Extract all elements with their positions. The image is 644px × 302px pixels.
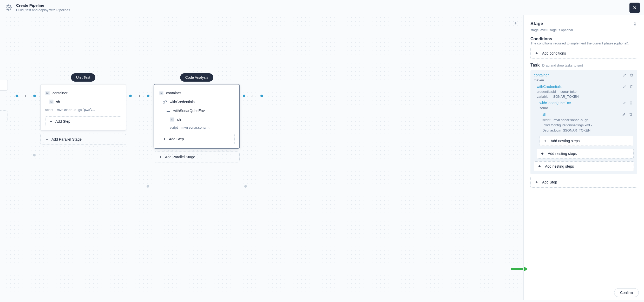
panel-title: Stage: [530, 21, 543, 27]
step-sh[interactable]: sh: [159, 115, 235, 124]
script-preview: script mvn sonar:sonar -...: [159, 124, 235, 132]
zoom-in-button[interactable]: [512, 20, 519, 26]
task-name: withSonarQubeEnv: [540, 101, 571, 105]
step-label: container: [166, 91, 181, 95]
stage-name-pill[interactable]: Unit Test: [71, 73, 95, 82]
task-value: maven: [534, 78, 634, 82]
task-kv: variableSONAR_TOKEN: [537, 95, 634, 99]
delete-task-button[interactable]: [629, 112, 633, 116]
add-step-button[interactable]: Add Step: [45, 116, 121, 126]
pipeline-logo-icon: [5, 4, 12, 11]
add-stage-button[interactable]: [137, 94, 142, 98]
script-content: scriptmvn sonar:sonar -o -gs `pwd`/confi…: [542, 117, 633, 133]
step-label: container: [52, 91, 68, 95]
step-container[interactable]: container: [45, 89, 121, 97]
add-parallel-stage-button[interactable]: Add Parallel Stage: [154, 152, 240, 162]
add-nesting-steps-button[interactable]: Add nesting steps: [540, 136, 633, 146]
page-subtitle: Build, test and deploy with Pipelines: [16, 8, 70, 12]
conditions-desc: The conditions required to implement the…: [530, 41, 629, 45]
conditions-title: Conditions: [530, 37, 552, 41]
connector-dot: [129, 95, 132, 97]
step-label: sh: [177, 117, 181, 122]
header: Create Pipeline Build, test and deploy w…: [0, 0, 644, 15]
svg-point-1: [8, 5, 9, 6]
add-step-button[interactable]: Add Step: [159, 134, 235, 144]
add-step-button[interactable]: Add Step: [530, 177, 637, 188]
add-stage-button[interactable]: [251, 94, 255, 98]
step-label: sh: [56, 100, 60, 104]
task-name: withCredentials: [537, 84, 562, 89]
add-parallel-stage-button[interactable]: Add Parallel Stage: [40, 134, 126, 145]
task-withcredentials[interactable]: withCredentials credentialsIdsonar-token…: [536, 84, 634, 159]
script-preview: script mvn clean -o -gs `pwd`/...: [45, 106, 121, 114]
step-label: withCredentials: [170, 100, 195, 104]
edit-task-button[interactable]: [622, 112, 626, 116]
zoom-out-button[interactable]: [512, 29, 519, 35]
panel-hint: stage level usage is optional.: [530, 28, 637, 32]
terminal-icon: [45, 91, 50, 95]
edit-task-button[interactable]: [623, 84, 627, 89]
step-container[interactable]: container: [159, 89, 235, 97]
svg-point-6: [10, 9, 11, 10]
add-conditions-button[interactable]: Add conditions: [530, 48, 637, 59]
page-title: Create Pipeline: [16, 3, 70, 8]
svg-point-7: [10, 5, 11, 6]
task-name: sh: [542, 112, 546, 116]
svg-point-2: [8, 10, 9, 11]
close-button[interactable]: [629, 3, 640, 13]
annotation-arrow: [511, 267, 526, 271]
stage-config-panel: Stage stage level usage is optional. Con…: [523, 15, 644, 300]
connector-dot: [243, 95, 245, 97]
delete-task-button[interactable]: [629, 101, 633, 105]
svg-rect-13: [170, 118, 174, 121]
stage-unit-test[interactable]: Unit Test container sh script mvn clean …: [40, 73, 126, 145]
add-nesting-steps-button[interactable]: Add nesting steps: [534, 161, 634, 171]
svg-rect-11: [160, 92, 163, 95]
step-withsonarqubeenv[interactable]: withSonarQubeEnv: [159, 106, 235, 115]
svg-point-3: [6, 7, 7, 8]
pipeline-canvas[interactable]: Unit Test container sh script mvn clean …: [0, 15, 523, 300]
step-sh[interactable]: sh: [45, 97, 121, 106]
parallel-connector-dot: [244, 185, 247, 188]
task-kv: credentialsIdsonar-token: [537, 90, 634, 94]
step-withcredentials[interactable]: withCredentials: [159, 97, 235, 106]
connector-dot: [33, 95, 36, 97]
connector-dot: [260, 95, 263, 97]
connector-dot: [147, 95, 149, 97]
add-stage-button[interactable]: [23, 94, 28, 98]
add-nesting-steps-button[interactable]: Add nesting steps: [537, 149, 634, 159]
key-icon: [162, 100, 167, 104]
svg-point-0: [8, 7, 10, 8]
stage-name-pill[interactable]: Code Analysis: [180, 73, 214, 82]
task-title: Task: [530, 63, 540, 68]
confirm-button[interactable]: Confirm: [614, 288, 639, 297]
task-container[interactable]: container maven withCredentials: [530, 70, 637, 174]
stage-code-analysis[interactable]: Code Analysis container withCredentials …: [154, 73, 240, 162]
delete-stage-button[interactable]: [633, 22, 637, 26]
task-withsonarqubeenv[interactable]: withSonarQubeEnv sonar sh: [539, 101, 634, 146]
svg-point-8: [7, 9, 8, 10]
terminal-icon: [49, 100, 54, 104]
svg-rect-9: [46, 92, 49, 95]
task-desc: Drag and drop tasks to sort: [542, 63, 583, 67]
parallel-connector-dot: [147, 185, 149, 188]
sonar-icon: [166, 108, 171, 113]
edit-task-button[interactable]: [622, 101, 627, 105]
delete-task-button[interactable]: [629, 84, 634, 89]
task-sh[interactable]: sh scriptmvn sonar:sonar -o -gs `pwd`/co…: [542, 112, 633, 133]
task-name: container: [534, 73, 549, 77]
step-label: withSonarQubeEnv: [173, 109, 205, 113]
delete-task-button[interactable]: [630, 73, 634, 77]
svg-rect-10: [50, 101, 53, 103]
panel-footer: Confirm: [524, 285, 644, 300]
parallel-connector-dot: [33, 154, 36, 156]
previous-stage-partial: [0, 80, 8, 111]
svg-point-4: [11, 7, 12, 8]
terminal-icon: [170, 117, 174, 122]
connector-dot: [16, 95, 18, 97]
terminal-icon: [159, 91, 163, 95]
svg-point-5: [7, 5, 8, 6]
edit-task-button[interactable]: [623, 73, 627, 77]
task-value: sonar: [540, 106, 633, 110]
